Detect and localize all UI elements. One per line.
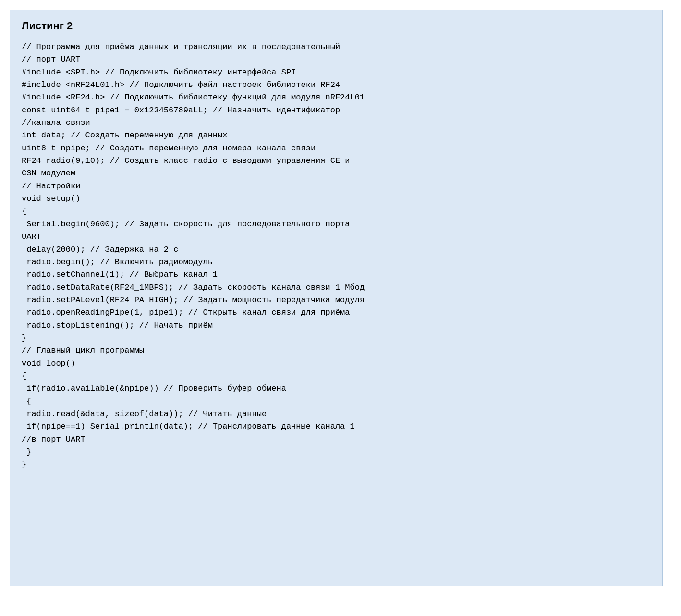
listing-title: Листинг 2	[22, 20, 651, 32]
code-block: // Программа для приёма данных и трансля…	[22, 41, 651, 471]
listing-container: Листинг 2 // Программа для приёма данных…	[10, 10, 663, 586]
